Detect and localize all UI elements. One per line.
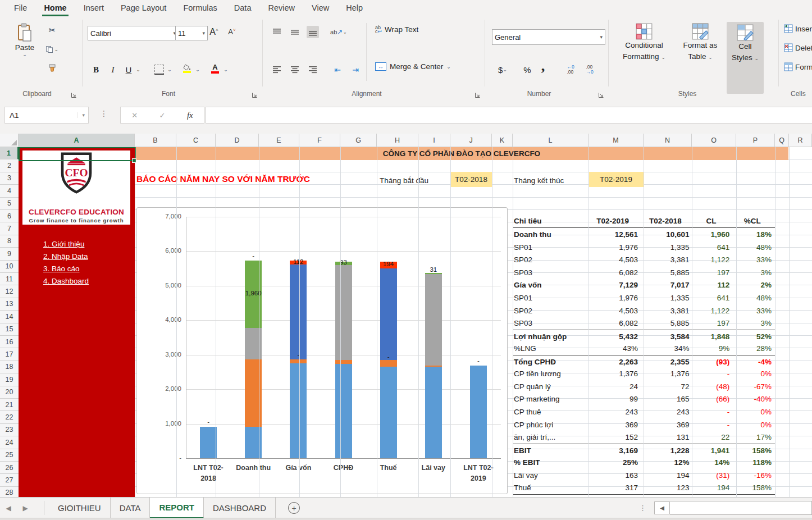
bottom-align-button[interactable] — [307, 26, 319, 38]
tab-scroll-splitter[interactable]: ⋮ — [639, 504, 646, 512]
italic-button[interactable]: I — [107, 63, 119, 76]
column-header-L[interactable]: L — [513, 134, 589, 147]
row-header-16[interactable]: 16 — [0, 336, 19, 348]
fill-color-caret-icon[interactable]: ⌄ — [194, 63, 201, 76]
hscroll-thumb[interactable] — [670, 501, 812, 515]
worksheet[interactable]: ABCDEFGHIJKLMNOPQR 123456789101112131415… — [0, 134, 812, 497]
sheet-tab-dashboard[interactable]: DASHBOARD — [204, 498, 276, 518]
increase-indent-button[interactable]: ⇥ — [349, 63, 362, 76]
cut-button[interactable]: ✂ — [46, 24, 58, 37]
sidebar-link-4[interactable]: 4. Dashboard — [43, 277, 89, 285]
bold-button[interactable]: B — [90, 63, 102, 76]
column-header-A[interactable]: A — [19, 134, 135, 147]
row-header-26[interactable]: 26 — [0, 462, 19, 474]
copy-button[interactable]: ⌄ — [46, 43, 58, 56]
row-header-12[interactable]: 12 — [0, 285, 19, 298]
row-header-5[interactable]: 5 — [0, 198, 19, 210]
company-title-banner[interactable]: CÔNG TY CỔ PHẦN ĐÀO TẠO CLEVERCFO — [135, 147, 788, 160]
row-header-22[interactable]: 22 — [0, 411, 19, 423]
sheet-nav-right-icon[interactable]: ▶ — [17, 498, 34, 518]
borders-button[interactable] — [153, 63, 165, 76]
column-header-B[interactable]: B — [135, 134, 176, 147]
column-header-G[interactable]: G — [340, 134, 377, 147]
cancel-icon[interactable]: ✕ — [131, 111, 138, 120]
fill-color-button[interactable] — [181, 62, 193, 75]
format-painter-button[interactable] — [46, 62, 58, 75]
sidebar-link-2[interactable]: 2. Nhập Data — [43, 252, 88, 261]
column-header-O[interactable]: O — [692, 134, 736, 147]
row-header-17[interactable]: 17 — [0, 348, 19, 361]
row-header-4[interactable]: 4 — [0, 185, 19, 197]
underline-caret-icon[interactable]: ⌄ — [135, 63, 142, 76]
comma-style-button[interactable]: , — [537, 60, 549, 72]
alignment-dialog-launcher[interactable] — [475, 90, 481, 97]
row-header-25[interactable]: 25 — [0, 449, 19, 462]
sidebar-link-3[interactable]: 3. Báo cáo — [43, 264, 80, 273]
formula-bar-splitter[interactable]: ⋮ — [100, 109, 108, 118]
middle-align-button[interactable] — [289, 26, 301, 38]
row-header-1[interactable]: 1 — [0, 147, 19, 159]
row-header-23[interactable]: 23 — [0, 424, 19, 436]
period-end-cell[interactable]: T02-2019 — [589, 172, 644, 187]
column-header-N[interactable]: N — [644, 134, 692, 147]
cell-styles-button[interactable]: CellStyles ⌄ — [727, 22, 764, 94]
row-header-21[interactable]: 21 — [0, 399, 19, 411]
menu-tab-data[interactable]: Data — [226, 0, 260, 16]
column-header-I[interactable]: I — [418, 134, 450, 147]
period-start-label[interactable]: Tháng bắt đầu — [380, 173, 428, 188]
row-header-7[interactable]: 7 — [0, 222, 19, 235]
name-box[interactable]: A1 ▾ — [4, 107, 89, 124]
row-header-27[interactable]: 27 — [0, 474, 19, 486]
row-header-13[interactable]: 13 — [0, 298, 19, 311]
row-header-14[interactable]: 14 — [0, 311, 19, 323]
align-left-button[interactable] — [271, 63, 283, 76]
row-header-15[interactable]: 15 — [0, 323, 19, 336]
orientation-button[interactable]: ab ↗ ⌄ — [330, 26, 347, 38]
period-end-label[interactable]: Tháng kết thúc — [514, 173, 564, 188]
column-header-D[interactable]: D — [216, 134, 259, 147]
menu-tab-home[interactable]: Home — [35, 0, 75, 16]
period-start-cell[interactable]: T02-2018 — [450, 172, 492, 187]
row-header-20[interactable]: 20 — [0, 386, 19, 399]
chart[interactable]: -1,0002,0003,0004,0005,0006,0007,000-LNT… — [136, 207, 508, 494]
percent-style-button[interactable]: % — [521, 63, 533, 76]
font-color-button[interactable]: A — [209, 62, 221, 75]
row-header-28[interactable]: 28 — [0, 487, 19, 497]
row-header-6[interactable]: 6 — [0, 210, 19, 222]
row-header-18[interactable]: 18 — [0, 361, 19, 373]
sheet-tab-report[interactable]: REPORT — [150, 498, 204, 518]
format-cells-button[interactable]: Format — [784, 62, 812, 71]
report-title[interactable]: BÁO CÁO NĂM NAY SO VỚI NĂM TRƯỚC — [136, 174, 310, 184]
column-header-E[interactable]: E — [259, 134, 299, 147]
report-table[interactable]: Chỉ tiêuT02-2019T02-2018CL%CLDoanh thu12… — [513, 215, 779, 497]
column-header-R[interactable]: R — [789, 134, 812, 147]
merge-center-button[interactable]: ↔ Merge & Center ⌄ — [375, 62, 451, 71]
align-right-button[interactable] — [307, 63, 319, 76]
font-color-caret-icon[interactable]: ⌄ — [222, 63, 229, 76]
font-size-combo[interactable]: 11▾ — [175, 26, 208, 40]
hscroll-left-arrow[interactable]: ◀ — [654, 501, 670, 514]
sidebar-link-1[interactable]: 1. Giới thiệu — [43, 240, 84, 248]
format-as-table-button[interactable]: Format asTable ⌄ — [676, 23, 724, 62]
grow-font-button[interactable]: A˄ — [208, 26, 220, 38]
sheet-nav-left-icon[interactable]: ◀ — [0, 498, 17, 518]
borders-caret-icon[interactable]: ⌄ — [166, 63, 173, 76]
top-align-button[interactable] — [271, 26, 283, 38]
decrease-decimal-button[interactable]: .00→0 — [582, 63, 597, 76]
conditional-formatting-button[interactable]: ConditionalFormatting ⌄ — [617, 23, 672, 62]
clipboard-dialog-launcher[interactable] — [71, 90, 77, 97]
row-header-9[interactable]: 9 — [0, 248, 19, 260]
sheet-tab-data[interactable]: DATA — [111, 498, 150, 518]
row-header-10[interactable]: 10 — [0, 261, 19, 273]
row-header-2[interactable]: 2 — [0, 159, 19, 172]
menu-tab-page-layout[interactable]: Page Layout — [112, 0, 175, 16]
align-center-button[interactable] — [289, 63, 301, 76]
decrease-indent-button[interactable]: ⇤ — [331, 63, 344, 76]
column-header-M[interactable]: M — [589, 134, 644, 147]
column-header-J[interactable]: J — [450, 134, 492, 147]
grid[interactable]: CÔNG TY CỔ PHẦN ĐÀO TẠO CLEVERCFO BÁO CÁ… — [19, 147, 812, 497]
increase-decimal-button[interactable]: ←0.00 — [563, 63, 578, 76]
delete-cells-button[interactable]: Delete — [784, 43, 812, 52]
column-header-H[interactable]: H — [377, 134, 418, 147]
new-sheet-button[interactable]: + — [288, 498, 300, 518]
